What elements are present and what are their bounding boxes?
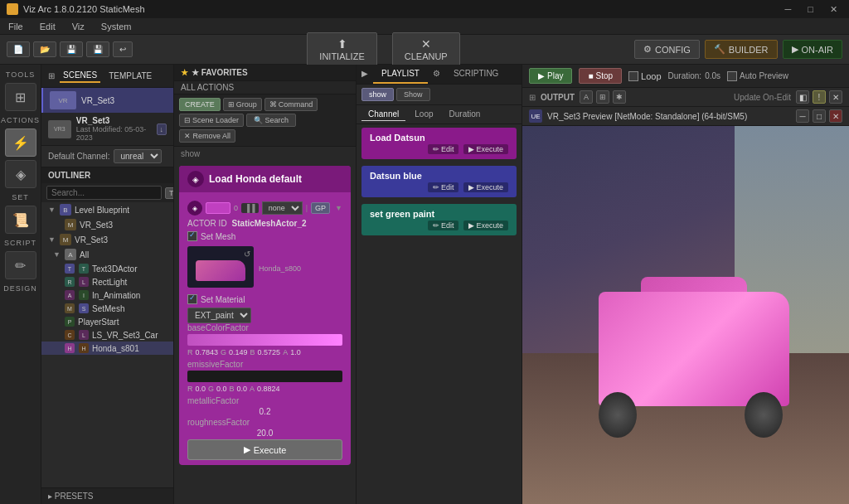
cleanup-btn[interactable]: ✕ CLEANUP	[392, 32, 460, 66]
search-btn[interactable]: 🔍 Search	[246, 114, 296, 127]
tree-icon-honda-2: H	[79, 343, 89, 353]
execute-label: Execute	[254, 445, 287, 455]
tab-template[interactable]: TEMPLATE	[105, 70, 155, 82]
minimize-btn[interactable]: ─	[780, 4, 797, 15]
tree-item-honda[interactable]: H H Honda_s801	[41, 342, 173, 355]
pl-loop-tab[interactable]: Loop	[408, 108, 439, 121]
preview-maximize-btn[interactable]: □	[813, 109, 826, 123]
play-btn[interactable]: ▶ Play	[529, 68, 572, 84]
out-ctrl-3[interactable]: ✕	[829, 90, 842, 104]
datsunblue-execute-btn[interactable]: ▶ Execute	[463, 182, 508, 192]
execute-btn[interactable]: ▶ Execute	[187, 439, 342, 460]
tree-item-playerstart[interactable]: P PlayerStart	[41, 315, 173, 328]
tree-item-lscar[interactable]: C L LS_VR_Set3_Car	[41, 328, 173, 342]
playlist-item-datsunblue[interactable]: Datsun blue ✏ Edit ▶ Execute	[361, 166, 517, 197]
menu-viz[interactable]: Viz	[69, 22, 88, 32]
command-btn[interactable]: ⌘ Command	[264, 98, 318, 111]
tool-set[interactable]: ◈	[5, 160, 36, 188]
material-select[interactable]: EXT_paint	[187, 308, 251, 323]
preview-minimize-btn[interactable]: ─	[796, 109, 809, 123]
tree-icon-honda: H	[65, 343, 75, 353]
tree-item-text3d[interactable]: T T Text3DActor	[41, 262, 173, 275]
loop-checkbox[interactable]	[628, 71, 638, 81]
datsun-execute-btn[interactable]: ▶ Execute	[463, 144, 508, 154]
tree-arrow-vr2: ▼	[48, 235, 56, 244]
new-btn[interactable]: 📄	[7, 41, 30, 57]
tree-item-rectlight[interactable]: R L RectLight	[41, 275, 173, 288]
pl-duration-tab[interactable]: Duration	[443, 108, 488, 121]
initialize-btn[interactable]: ⬆ INITIALIZE	[307, 32, 376, 66]
set-material-checkbox[interactable]	[187, 294, 197, 304]
greenpaint-execute-btn[interactable]: ▶ Execute	[463, 220, 508, 230]
save2-btn[interactable]: 💾	[86, 41, 109, 57]
tool-scenes[interactable]: ⊞	[5, 83, 36, 111]
menu-file[interactable]: File	[5, 22, 27, 32]
tab-playlist[interactable]: PLAYLIST	[373, 65, 428, 84]
update-label: Update On-Edit	[734, 93, 791, 102]
set-material-label: Set Material	[201, 295, 245, 304]
outliner-header: OUTLINER	[41, 167, 173, 183]
pl-channel-tab[interactable]: Channel	[361, 108, 405, 121]
menu-system[interactable]: System	[98, 22, 135, 32]
datsun-edit-btn[interactable]: ✏ Edit	[428, 144, 459, 154]
set-mesh-checkbox[interactable]	[187, 231, 197, 241]
scene-detail-btn[interactable]: ↓	[157, 124, 167, 135]
remove-btn[interactable]: ✕ Remove All	[179, 129, 235, 143]
greenpaint-edit-btn[interactable]: ✏ Edit	[428, 220, 459, 230]
pl-show-inactive[interactable]: Show	[396, 88, 430, 101]
tree-item-setmesh[interactable]: M S SetMesh	[41, 302, 173, 315]
sceneloader-btn[interactable]: ⊟ Scene Loader	[179, 114, 244, 127]
create-btn[interactable]: CREATE	[179, 98, 221, 111]
out-icon-a[interactable]: A	[580, 90, 593, 104]
create-toolbar: CREATE ⊞ Group ⌘ Command ⊟ Scene Loader …	[174, 94, 356, 147]
save-btn[interactable]: 💾	[60, 41, 83, 57]
tree-item-vrset3-2[interactable]: ▼ M VR_Set3	[41, 232, 173, 247]
out-ctrl-1[interactable]: ◧	[796, 90, 809, 104]
ctrl-none-select[interactable]: none	[262, 201, 303, 215]
tree-icon-setmesh-2: S	[79, 303, 89, 313]
menu-edit[interactable]: Edit	[36, 22, 59, 32]
emissive-b-val: 0.0	[237, 385, 248, 393]
out-ctrl-2[interactable]: !	[813, 90, 826, 104]
scene-item-selected[interactable]: VR VR_Set3	[41, 88, 173, 113]
auto-preview: Auto Preview	[727, 71, 788, 81]
builder-btn[interactable]: 🔨 BUILDER	[705, 40, 778, 59]
type-filter-badge[interactable]: Type (ALL)	[165, 187, 174, 199]
tree-item-vrset3-1[interactable]: M VR_Set3	[41, 217, 173, 232]
out-icon-b[interactable]: ⊞	[596, 90, 609, 104]
outliner-search-input[interactable]	[46, 186, 162, 200]
tree-item-inanim[interactable]: A I In_Animation	[41, 288, 173, 302]
actions-panel: ★ ★ FAVORITES ALL ACTIONS CREATE ⊞ Group…	[174, 65, 357, 504]
config-btn[interactable]: ⚙ CONFIG	[634, 40, 700, 59]
tab-scenes[interactable]: SCENES	[60, 69, 100, 83]
onair-btn[interactable]: ▶ ON-AIR	[783, 40, 843, 59]
playlist-item-greenpaint[interactable]: set green paint ✏ Edit ▶ Execute	[361, 204, 517, 235]
base-a-label: A	[283, 348, 288, 356]
stop-btn[interactable]: ■ Stop	[579, 68, 622, 84]
pl-show-active[interactable]: show	[361, 88, 394, 101]
group-btn[interactable]: ⊞ Group	[223, 98, 262, 111]
preview-close-btn[interactable]: ✕	[829, 109, 842, 123]
open-btn[interactable]: 📂	[33, 41, 56, 57]
maximize-btn[interactable]: □	[803, 4, 818, 15]
tree-item-all[interactable]: ▼ A All	[41, 247, 173, 262]
out-icon-c[interactable]: ✱	[613, 90, 626, 104]
datsunblue-edit-btn[interactable]: ✏ Edit	[428, 182, 459, 192]
playlist-item-datsun[interactable]: Load Datsun ✏ Edit ▶ Execute	[361, 128, 517, 159]
base-color-swatch[interactable]	[187, 334, 342, 346]
emissive-swatch[interactable]	[187, 371, 342, 382]
action-card[interactable]: ◈ Load Honda default ◈ 0 ▐▐ none | GP	[179, 166, 351, 465]
tool-design[interactable]: ✏	[5, 251, 36, 279]
tool-script[interactable]: 📜	[5, 206, 36, 234]
tree-label-all: All	[80, 250, 89, 259]
channel-select[interactable]: unreal	[114, 149, 162, 163]
initialize-icon: ⬆	[337, 37, 347, 51]
presets-bar[interactable]: ▸ PRESETS	[41, 487, 173, 504]
auto-preview-checkbox[interactable]	[727, 71, 737, 81]
undo-btn[interactable]: ↩	[113, 41, 133, 57]
tool-actions[interactable]: ⚡	[5, 128, 36, 157]
tab-scripting[interactable]: SCRIPTING	[445, 65, 507, 84]
tree-item-levelbp[interactable]: ▼ B Level Blueprint	[41, 202, 173, 217]
close-btn[interactable]: ✕	[825, 4, 842, 15]
loop-check[interactable]: Loop	[628, 71, 661, 81]
